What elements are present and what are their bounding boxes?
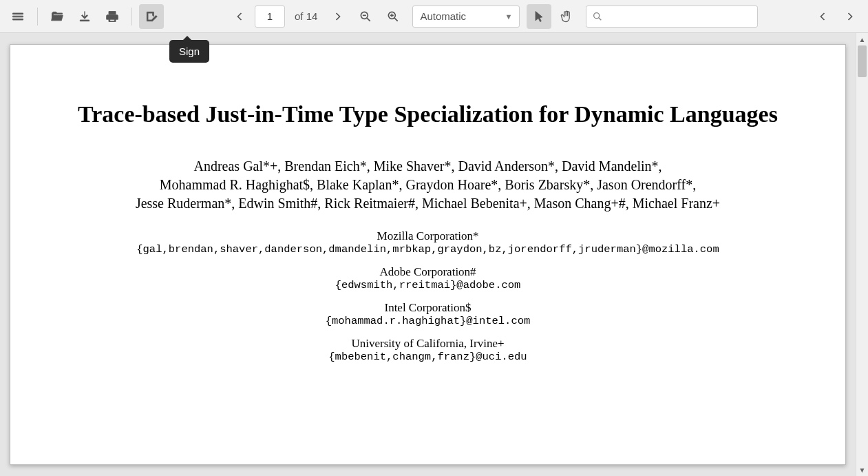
menu-button[interactable] [6, 4, 30, 29]
download-button[interactable] [72, 4, 97, 29]
chevron-down-icon: ▼ [505, 12, 512, 21]
hand-tool-button[interactable] [554, 4, 579, 29]
svg-point-2 [594, 12, 600, 18]
next-page-button[interactable] [326, 4, 350, 29]
sign-button[interactable] [139, 4, 164, 29]
prev-page-button[interactable] [227, 4, 252, 29]
separator [131, 8, 132, 25]
search-next-button[interactable] [838, 4, 862, 29]
open-file-button[interactable] [45, 4, 70, 29]
separator [37, 8, 38, 25]
search-icon [592, 11, 603, 22]
zoom-in-button[interactable] [381, 4, 405, 29]
page-total-label: of 14 [295, 10, 317, 22]
search-box[interactable] [586, 6, 758, 28]
zoom-out-button[interactable] [353, 4, 378, 29]
search-prev-button[interactable] [810, 4, 835, 29]
select-tool-button[interactable] [527, 4, 551, 29]
print-button[interactable] [100, 4, 125, 29]
toolbar: of 14 Automatic ▼ [0, 0, 868, 33]
page-number-input[interactable] [255, 6, 285, 28]
zoom-select[interactable]: Automatic ▼ [412, 6, 520, 28]
zoom-select-label: Automatic [420, 10, 466, 22]
